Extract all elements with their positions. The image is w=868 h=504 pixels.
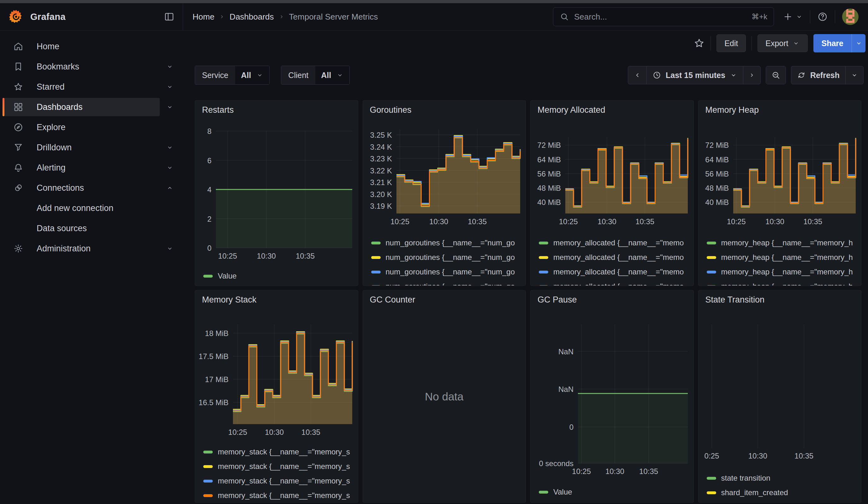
panel-memory-heap[interactable]: Memory Heap40 MiB48 MiB56 MiB64 MiB72 Mi… <box>698 101 862 286</box>
legend-item[interactable]: num_goroutines {__name__="num_go <box>371 280 523 286</box>
legend-item[interactable]: memory_stack {__name__="memory_s <box>203 445 355 458</box>
export-button[interactable]: Export <box>757 34 807 52</box>
panel-title: Memory Heap <box>705 105 759 115</box>
panel-title: GC Counter <box>370 295 415 305</box>
legend-item[interactable]: memory_allocated {__name__="memo <box>539 280 691 286</box>
legend-item[interactable]: memory_heap {__name__="memory_h <box>707 251 859 264</box>
new-button[interactable] <box>783 12 803 22</box>
sidebar-item-alerting[interactable]: Alerting <box>0 157 183 178</box>
sidebar-item-highlight <box>2 37 160 55</box>
sidebar-item-connections[interactable]: Connections <box>0 178 183 198</box>
header-divider <box>835 10 835 23</box>
share-button[interactable]: Share <box>813 34 851 52</box>
user-avatar[interactable] <box>842 9 859 25</box>
panel-memory-stack[interactable]: Memory Stack16.5 MiB17 MiB17.5 MiB18 MiB… <box>195 290 358 503</box>
panel-gc-counter[interactable]: GC CounterNo data <box>363 290 526 503</box>
breadcrumb-item[interactable]: Home <box>193 12 214 22</box>
sidebar-item-label: Explore <box>37 123 66 132</box>
legend-item[interactable]: memory_stack {__name__="memory_s <box>203 460 355 473</box>
legend-item[interactable]: memory_stack {__name__="memory_s <box>203 475 355 487</box>
svg-text:0 seconds: 0 seconds <box>539 459 574 468</box>
time-shift-forward-button[interactable] <box>743 66 761 84</box>
sidebar-item-dashboards[interactable]: Dashboards <box>0 97 183 117</box>
svg-text:10:25: 10:25 <box>559 217 578 226</box>
svg-text:3.23 K: 3.23 K <box>370 154 392 163</box>
svg-text:72 MiB: 72 MiB <box>537 141 561 150</box>
legend-item[interactable]: num_goroutines {__name__="num_go <box>371 237 523 249</box>
legend-label: memory_stack {__name__="memory_s <box>218 462 350 471</box>
legend-item[interactable]: memory_allocated {__name__="memo <box>539 237 691 249</box>
sidebar-item-label: Bookmarks <box>37 62 79 72</box>
header-main-section: HomeDashboardsTemporal Server Metrics ⌘+… <box>183 3 868 30</box>
sidebar-item-drilldown[interactable]: Drilldown <box>0 137 183 157</box>
sidebar-item-bookmarks[interactable]: Bookmarks <box>0 56 183 77</box>
legend-item[interactable]: memory_heap {__name__="memory_h <box>707 280 859 286</box>
sidebar-item-highlight <box>2 118 160 136</box>
svg-text:48 MiB: 48 MiB <box>537 184 561 192</box>
legend-swatch <box>371 271 381 274</box>
legend-item[interactable]: Value <box>539 486 691 498</box>
panel-title: Goroutines <box>370 105 412 115</box>
breadcrumb-item[interactable]: Dashboards <box>229 12 273 22</box>
filter-client[interactable]: ClientAll <box>281 66 350 85</box>
refresh-button[interactable]: Refresh <box>791 66 845 84</box>
legend-label: memory_heap {__name__="memory_h <box>721 238 853 247</box>
svg-text:0: 0 <box>569 423 574 431</box>
legend-item[interactable]: num_goroutines {__name__="num_go <box>371 266 523 278</box>
chevron-down-icon[interactable] <box>164 162 175 173</box>
chevron-up-icon[interactable] <box>164 182 175 194</box>
sidebar-item-add-new-connection[interactable]: Add new connection <box>0 198 183 218</box>
legend-item[interactable]: memory_heap {__name__="memory_h <box>707 266 859 278</box>
time-zoom-out-button[interactable] <box>766 66 786 84</box>
legend-item[interactable]: memory_allocated {__name__="memo <box>539 251 691 264</box>
mega-menu-dock-toggle-button[interactable] <box>164 11 175 22</box>
search-input[interactable] <box>574 12 747 22</box>
panel-memory-allocated[interactable]: Memory Allocated40 MiB48 MiB56 MiB64 MiB… <box>530 101 694 286</box>
svg-text:10:30: 10:30 <box>765 217 784 226</box>
legend-item[interactable]: memory_heap {__name__="memory_h <box>707 237 859 249</box>
legend-item[interactable]: memory_stack {__name__="memory_s <box>203 489 355 502</box>
legend-label: state transition <box>721 474 771 483</box>
sidebar-item-starred[interactable]: Starred <box>0 77 183 97</box>
chevron-down-icon[interactable] <box>164 61 175 72</box>
legend-label: Value <box>553 487 572 496</box>
time-controls: Last 15 minutes Refresh <box>628 66 864 84</box>
time-shift-back-button[interactable] <box>628 66 647 84</box>
svg-text:10:35: 10:35 <box>301 428 320 436</box>
svg-text:10:25: 10:25 <box>726 217 745 226</box>
sidebar-item-explore[interactable]: Explore <box>0 117 183 137</box>
refresh-interval-button[interactable] <box>846 66 863 84</box>
legend-item[interactable]: Value <box>203 270 355 282</box>
sidebar-item-label: Administration <box>37 244 91 254</box>
time-range-picker[interactable]: Last 15 minutes <box>647 66 743 84</box>
panel-restarts[interactable]: Restarts0246810:2510:3010:35Value <box>195 101 358 286</box>
filter-value-dropdown[interactable]: All <box>235 66 269 84</box>
sidebar-item-administration[interactable]: Administration <box>0 238 183 259</box>
chevron-down-icon[interactable] <box>164 243 175 254</box>
filter-service[interactable]: ServiceAll <box>195 66 270 85</box>
legend-label: memory_allocated {__name__="memo <box>553 282 684 286</box>
window-top-strip <box>0 0 868 3</box>
sidebar-item-data-sources[interactable]: Data sources <box>0 218 183 238</box>
share-options-button[interactable] <box>851 34 866 52</box>
panel-goroutines[interactable]: Goroutines3.19 K3.20 K3.21 K3.22 K3.23 K… <box>363 101 526 286</box>
sidebar-item-home[interactable]: Home <box>0 36 183 56</box>
panel-state-transition[interactable]: State Transition0:2510:3010:35state tran… <box>698 290 862 503</box>
filter-value-dropdown[interactable]: All <box>315 66 349 84</box>
chevron-down-icon[interactable] <box>164 142 175 153</box>
chevron-down-icon[interactable] <box>164 81 175 93</box>
chevron-down-icon[interactable] <box>164 101 175 113</box>
filter-label: Client <box>281 66 315 84</box>
legend-item[interactable]: num_goroutines {__name__="num_go <box>371 251 523 264</box>
panel-gc-pause[interactable]: GC Pause0 seconds0NaNNaN10:2510:3010:35V… <box>530 290 694 503</box>
legend-item[interactable]: shard_item_created <box>707 486 859 499</box>
legend-item[interactable]: state transition <box>707 472 859 484</box>
star-dashboard-button[interactable] <box>693 38 705 49</box>
edit-button[interactable]: Edit <box>716 34 746 52</box>
svg-text:56 MiB: 56 MiB <box>705 169 729 178</box>
legend-item[interactable]: memory_allocated {__name__="memo <box>539 266 691 278</box>
search-box[interactable]: ⌘+k <box>553 7 774 26</box>
filter-label: Service <box>195 66 235 84</box>
help-button[interactable] <box>817 11 828 22</box>
dashboard-toolbar: Edit Export Share <box>693 34 866 52</box>
